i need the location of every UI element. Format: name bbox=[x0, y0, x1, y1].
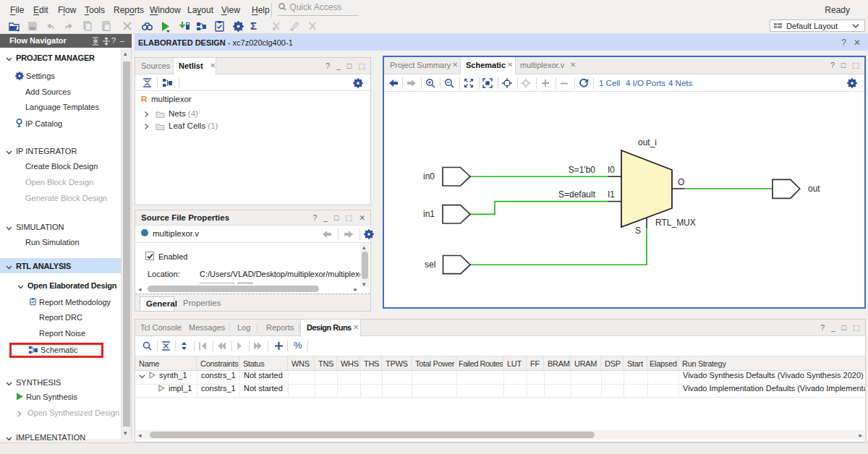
svg-text:I1: I1 bbox=[608, 189, 615, 200]
svg-text:O: O bbox=[678, 177, 684, 187]
svg-text:in0: in0 bbox=[423, 171, 435, 181]
svg-text:sel: sel bbox=[425, 260, 435, 270]
svg-text:RTL_MUX: RTL_MUX bbox=[655, 218, 696, 228]
svg-text:in1: in1 bbox=[423, 209, 435, 219]
svg-text:I0: I0 bbox=[608, 165, 615, 175]
svg-text:S=default: S=default bbox=[558, 189, 596, 200]
svg-text:S=1'b0: S=1'b0 bbox=[569, 165, 596, 175]
svg-text:S: S bbox=[635, 226, 641, 236]
svg-text:out_i: out_i bbox=[638, 137, 657, 147]
svg-text:out: out bbox=[808, 184, 820, 194]
